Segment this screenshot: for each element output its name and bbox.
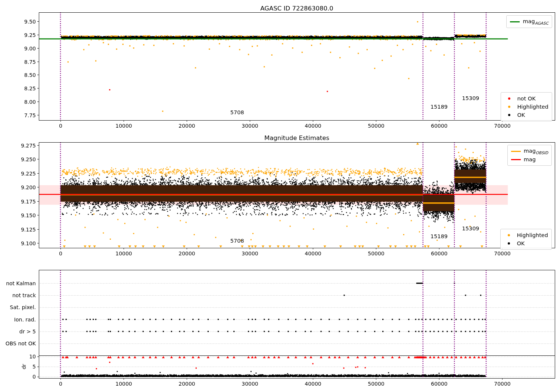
top-plot-title: AGASC ID 722863080.0 (260, 5, 333, 12)
middle-plot-title: Magnitude Estimates (264, 134, 329, 141)
figure-root: AGASC ID 722863080.0 Magnitude Estimates… (0, 0, 560, 392)
plots-canvas (0, 0, 560, 392)
